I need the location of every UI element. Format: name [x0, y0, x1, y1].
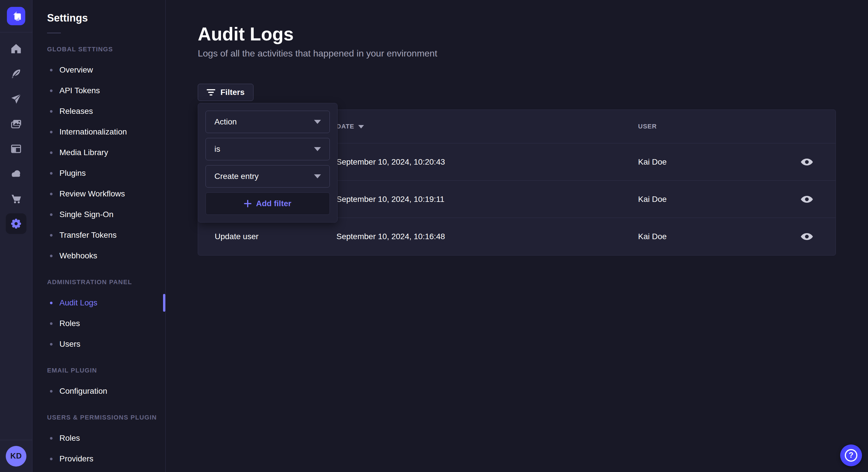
- rail-nav: [0, 32, 32, 238]
- filter-value-select[interactable]: Create entry: [206, 165, 330, 188]
- filter-field-select[interactable]: Action: [206, 111, 330, 133]
- column-header-user: USER: [638, 123, 778, 130]
- subnav-header: Settings: [33, 0, 165, 33]
- filter-operator-value: is: [214, 144, 220, 154]
- subnav-item-review-workflows[interactable]: Review Workflows: [33, 183, 165, 204]
- bullet-icon: [50, 69, 53, 71]
- eye-icon: [800, 155, 814, 169]
- release-paper-plane-icon[interactable]: [6, 89, 26, 109]
- section-heading: ADMINISTRATION PANEL: [33, 279, 165, 285]
- section-heading: USERS & PERMISSIONS PLUGIN: [33, 414, 165, 421]
- section-email-plugin: EMAIL PLUGIN Configuration: [33, 367, 165, 401]
- column-header-date[interactable]: DATE: [336, 123, 638, 130]
- bullet-icon: [50, 90, 53, 92]
- page-subtitle: Logs of all the activities that happened…: [198, 47, 836, 59]
- cell-user: Kai Doe: [638, 158, 778, 167]
- user-avatar[interactable]: KD: [6, 446, 26, 467]
- media-library-pictures-icon[interactable]: [6, 113, 26, 134]
- subnav-item-audit-logs[interactable]: Audit Logs: [33, 293, 165, 313]
- subnav-item-admin-users[interactable]: Users: [33, 334, 165, 355]
- help-button[interactable]: [840, 444, 862, 466]
- view-details-button[interactable]: [798, 191, 815, 208]
- bullet-icon: [50, 131, 53, 133]
- bullet-icon: [50, 302, 53, 304]
- settings-subnav: Settings GLOBAL SETTINGS Overview API To…: [33, 0, 166, 472]
- subnav-item-email-configuration[interactable]: Configuration: [33, 381, 165, 401]
- page-title: Audit Logs: [198, 24, 836, 44]
- bullet-icon: [50, 255, 53, 257]
- view-details-button[interactable]: [798, 228, 815, 245]
- view-details-button[interactable]: [798, 154, 815, 171]
- subnav-item-api-tokens[interactable]: API Tokens: [33, 80, 165, 101]
- filter-popover: Action is Create entry Add filter: [198, 103, 338, 223]
- bullet-icon: [50, 151, 53, 154]
- cell-action: Update user: [198, 232, 336, 241]
- filter-icon: [207, 89, 215, 96]
- cell-date: September 10, 2024, 10:16:48: [336, 232, 638, 241]
- bullet-icon: [50, 234, 53, 237]
- settings-gear-icon[interactable]: [6, 213, 26, 234]
- question-mark-icon: [845, 449, 857, 462]
- bullet-icon: [50, 458, 53, 460]
- subnav-item-admin-roles[interactable]: Roles: [33, 313, 165, 334]
- subnav-item-single-sign-on[interactable]: Single Sign-On: [33, 204, 165, 225]
- plus-icon: [244, 200, 251, 207]
- table-row[interactable]: Update user September 10, 2024, 10:16:48…: [198, 218, 836, 255]
- subnav-item-up-roles[interactable]: Roles: [33, 428, 165, 448]
- bullet-icon: [50, 110, 53, 113]
- section-users-permissions-plugin: USERS & PERMISSIONS PLUGIN Roles Provide…: [33, 414, 165, 469]
- section-heading: GLOBAL SETTINGS: [33, 46, 165, 53]
- content-manager-layout-icon[interactable]: [6, 138, 26, 159]
- home-icon[interactable]: [6, 39, 26, 59]
- bullet-icon: [50, 322, 53, 325]
- subnav-item-overview[interactable]: Overview: [33, 60, 165, 80]
- strapi-logo-icon: [10, 10, 22, 22]
- add-filter-button[interactable]: Add filter: [206, 193, 330, 215]
- cell-user: Kai Doe: [638, 232, 778, 241]
- section-administration-panel: ADMINISTRATION PANEL Audit Logs Roles Us…: [33, 279, 165, 355]
- filters-button-label: Filters: [220, 88, 245, 97]
- subnav-item-media-library[interactable]: Media Library: [33, 142, 165, 163]
- logo-container: [0, 0, 32, 32]
- cloud-icon[interactable]: [6, 164, 26, 184]
- subnav-item-releases[interactable]: Releases: [33, 101, 165, 122]
- bullet-icon: [50, 390, 53, 393]
- subnav-divider: [47, 33, 61, 33]
- filter-operator-select[interactable]: is: [206, 138, 330, 160]
- marketplace-cart-icon[interactable]: [6, 189, 26, 209]
- section-heading: EMAIL PLUGIN: [33, 367, 165, 374]
- bullet-icon: [50, 343, 53, 345]
- bullet-icon: [50, 213, 53, 216]
- eye-icon: [800, 193, 814, 206]
- strapi-logo[interactable]: [7, 7, 25, 25]
- subnav-item-transfer-tokens[interactable]: Transfer Tokens: [33, 225, 165, 245]
- eye-icon: [800, 230, 814, 243]
- rail-bottom: KD: [0, 440, 32, 472]
- filter-field-value: Action: [214, 117, 237, 127]
- subnav-item-plugins[interactable]: Plugins: [33, 163, 165, 183]
- section-global-settings: GLOBAL SETTINGS Overview API Tokens Rele…: [33, 46, 165, 266]
- subnav-item-webhooks[interactable]: Webhooks: [33, 245, 165, 266]
- cell-date: September 10, 2024, 10:20:43: [336, 158, 638, 167]
- filter-value-value: Create entry: [214, 172, 259, 181]
- chevron-down-icon: [314, 174, 321, 178]
- cell-user: Kai Doe: [638, 195, 778, 204]
- subnav-title: Settings: [47, 12, 165, 24]
- subnav-item-internationalization[interactable]: Internationalization: [33, 122, 165, 142]
- subnav-item-up-providers[interactable]: Providers: [33, 448, 165, 469]
- sort-desc-icon: [358, 125, 364, 129]
- main-nav-rail: KD: [0, 0, 32, 472]
- bullet-icon: [50, 172, 53, 175]
- chevron-down-icon: [314, 120, 321, 124]
- chevron-down-icon: [314, 147, 321, 151]
- content-type-builder-feather-icon[interactable]: [6, 64, 26, 84]
- cell-date: September 10, 2024, 10:19:11: [336, 195, 638, 204]
- add-filter-label: Add filter: [256, 199, 291, 208]
- bullet-icon: [50, 437, 53, 440]
- main-content: Audit Logs Logs of all the activities th…: [166, 0, 868, 472]
- filters-button[interactable]: Filters: [198, 84, 253, 101]
- bullet-icon: [50, 193, 53, 195]
